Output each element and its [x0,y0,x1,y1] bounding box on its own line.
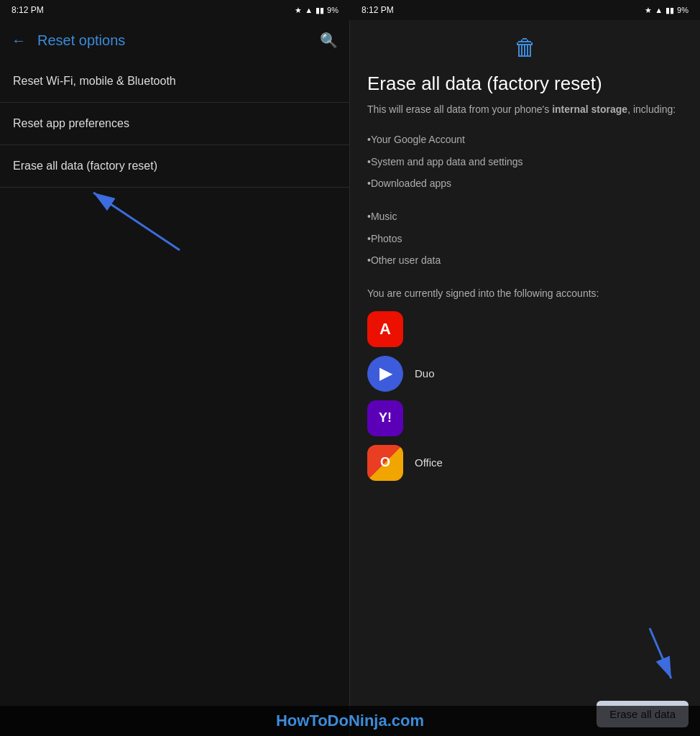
data-item-photos: •Photos [367,228,683,249]
battery-left: 9% [327,6,339,14]
trash-icon: 🗑 [514,34,537,61]
bluetooth-icon-r: ★ [645,6,652,15]
menu-item-app-preferences[interactable]: Reset app preferences [0,103,349,145]
battery-right: 9% [677,6,689,14]
bluetooth-icon: ★ [295,6,302,15]
data-item-system: •System and app data and settings [367,151,683,172]
top-bar: ← Reset options 🔍 [0,20,349,60]
account-row-office: O Office [367,445,683,481]
screen-title: Reset options [37,32,125,49]
duo-label: Duo [415,367,435,380]
icons-right: ★ ▲ ▮▮ 9% [645,6,689,15]
yahoo-icon: Y! [367,400,403,436]
erase-description: This will erase all data from your phone… [367,102,683,117]
svg-line-3 [650,628,671,678]
wifi-icon: ▲ [305,6,313,14]
search-button[interactable]: 🔍 [320,32,338,49]
menu-item-factory-reset[interactable]: Erase all data (factory reset) [0,145,349,188]
duo-icon: ▶ [367,356,403,392]
signal-icon: ▮▮ [316,6,324,15]
svg-line-1 [93,193,180,250]
wifi-icon-r: ▲ [655,6,663,14]
office-label: Office [415,456,443,469]
left-panel: ← Reset options 🔍 Reset Wi-Fi, mobile & … [0,20,350,736]
erase-title: Erase all data (factory reset) [367,73,683,95]
icons-left: ★ ▲ ▮▮ 9% [295,6,339,15]
time-right: 8:12 PM [361,5,394,15]
menu-item-wifi[interactable]: Reset Wi-Fi, mobile & Bluetooth [0,60,349,103]
signal-icon-r: ▮▮ [666,6,674,15]
trash-icon-container: 🗑 [367,34,683,61]
data-item-google: •Your Google Account [367,129,683,150]
right-panel: 🗑 Erase all data (factory reset) This wi… [350,20,700,736]
watermark: HowToDoNinja.com [0,706,700,736]
back-button[interactable]: ← [11,32,26,49]
data-item-apps: •Downloaded apps [367,172,683,194]
status-bar-right: 8:12 PM ★ ▲ ▮▮ 9% [350,0,700,20]
account-row-duo: ▶ Duo [367,356,683,392]
data-item-other: •Other user data [367,249,683,271]
account-row-yahoo: Y! [367,400,683,436]
status-bar-left: 8:12 PM ★ ▲ ▮▮ 9% [0,0,350,20]
annotation-arrow-left [0,150,350,437]
data-item-music: •Music [367,206,683,227]
office-icon: O [367,445,403,481]
time-left: 8:12 PM [11,5,44,15]
account-row-adobe: A [367,311,683,347]
accounts-text: You are currently signed into the follow… [367,286,683,301]
adobe-icon: A [367,311,403,347]
